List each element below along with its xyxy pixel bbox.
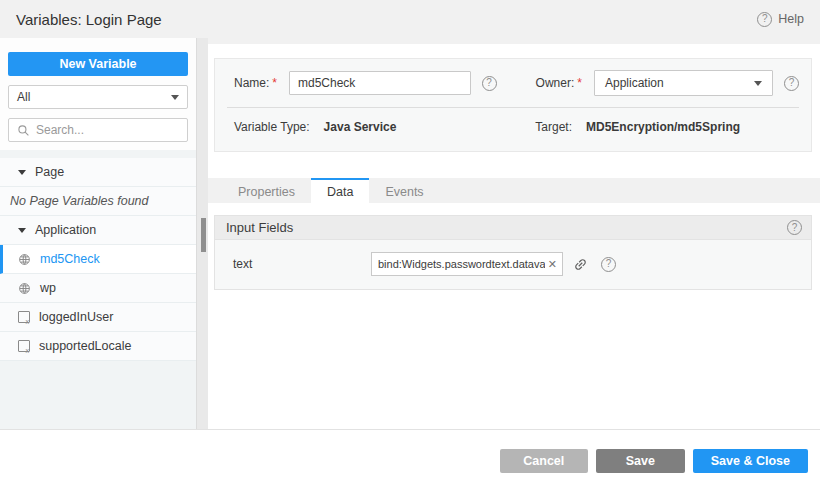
tab-events[interactable]: Events [369, 178, 439, 203]
static-variable-icon [18, 311, 30, 323]
input-fields-header: Input Fields ? [215, 216, 811, 240]
bind-value-input[interactable]: bind:Widgets.passwordtext.datavalue ✕ [371, 252, 563, 276]
tree-group-application-label: Application [35, 223, 96, 237]
tree-item-md5check[interactable]: md5Check [0, 245, 196, 274]
owner-select[interactable]: Application [594, 70, 773, 96]
variable-filter-value: All [17, 90, 30, 104]
scrollbar-thumb[interactable] [201, 218, 206, 252]
service-variable-icon [18, 253, 31, 266]
variable-detail-panel: Name: * ? Owner: * Application ? Variabl… [208, 38, 820, 430]
owner-label: Owner: [536, 76, 575, 90]
help-link[interactable]: ? Help [757, 12, 804, 27]
new-variable-button[interactable]: New Variable [8, 52, 188, 76]
tree-item-wp[interactable]: wp [0, 274, 196, 303]
save-and-close-button[interactable]: Save & Close [693, 449, 808, 473]
tree-group-page-label: Page [35, 165, 64, 179]
collapse-triangle-icon [18, 170, 26, 175]
variable-name-input[interactable] [289, 71, 471, 95]
page-empty-message: No Page Variables found [0, 187, 196, 216]
owner-select-value: Application [605, 76, 664, 90]
search-placeholder: Search... [36, 123, 84, 137]
variable-summary-card: Name: * ? Owner: * Application ? Variabl… [214, 58, 812, 152]
variable-filter-select[interactable]: All [8, 85, 188, 109]
tab-properties[interactable]: Properties [222, 178, 311, 203]
dialog-footer: Cancel Save Save & Close [0, 430, 820, 488]
tree-item-label: loggedInUser [39, 310, 113, 324]
cancel-button[interactable]: Cancel [500, 449, 588, 473]
search-input[interactable]: Search... [8, 118, 188, 142]
search-icon [17, 124, 30, 137]
field-help-icon[interactable]: ? [601, 257, 616, 272]
tab-data[interactable]: Data [311, 178, 369, 203]
tree-group-page[interactable]: Page [0, 158, 196, 187]
detail-tabs: Properties Data Events [208, 178, 820, 203]
chevron-down-icon [754, 81, 762, 86]
help-icon: ? [757, 12, 772, 27]
save-button[interactable]: Save [596, 449, 685, 473]
input-fields-body: text bind:Widgets.passwordtext.datavalue… [215, 240, 811, 289]
static-variable-icon [18, 340, 30, 352]
name-label: Name: [234, 76, 269, 90]
sidebar-controls: New Variable All Search... [0, 38, 196, 150]
tree-item-loggedinuser[interactable]: loggedInUser [0, 303, 196, 332]
bind-link-icon[interactable] [570, 253, 591, 274]
input-fields-title: Input Fields [226, 220, 293, 235]
name-owner-row: Name: * ? Owner: * Application ? [215, 59, 811, 96]
dialog-header: Variables: Login Page ? Help [0, 0, 820, 38]
variables-tree: Page No Page Variables found Application… [0, 158, 196, 361]
page-title: Variables: Login Page [16, 11, 162, 28]
tree-item-supportedlocale[interactable]: supportedLocale [0, 332, 196, 361]
service-variable-icon [18, 282, 31, 295]
top-strip [208, 38, 820, 44]
chevron-down-icon [171, 95, 179, 100]
collapse-triangle-icon [18, 228, 26, 233]
field-row-text: text bind:Widgets.passwordtext.datavalue… [215, 252, 811, 276]
tree-item-label: supportedLocale [39, 339, 131, 353]
target-value: MD5Encryption/md5Spring [586, 120, 740, 134]
tree-item-label: wp [40, 281, 56, 295]
target-label: Target: [535, 120, 572, 134]
variables-sidebar: New Variable All Search... Page No Page … [0, 38, 196, 430]
required-asterisk: * [577, 76, 582, 90]
name-help-icon[interactable]: ? [482, 76, 497, 91]
help-label: Help [778, 12, 804, 26]
page-empty-text: No Page Variables found [10, 194, 149, 208]
input-fields-help-icon[interactable]: ? [787, 220, 802, 235]
input-fields-panel: Input Fields ? text bind:Widgets.passwor… [214, 215, 812, 290]
owner-help-icon[interactable]: ? [784, 76, 799, 91]
required-asterisk: * [272, 76, 277, 90]
tree-item-label: md5Check [40, 252, 100, 266]
bind-value-text: bind:Widgets.passwordtext.datavalue [378, 258, 545, 270]
type-target-row: Variable Type: Java Service Target: MD5E… [215, 108, 811, 134]
clear-binding-icon[interactable]: ✕ [548, 258, 557, 271]
sidebar-scrollbar[interactable] [196, 38, 208, 430]
field-name: text [233, 257, 371, 271]
variable-type-label: Variable Type: [234, 120, 310, 134]
variable-type-value: Java Service [324, 120, 397, 134]
tree-group-application[interactable]: Application [0, 216, 196, 245]
